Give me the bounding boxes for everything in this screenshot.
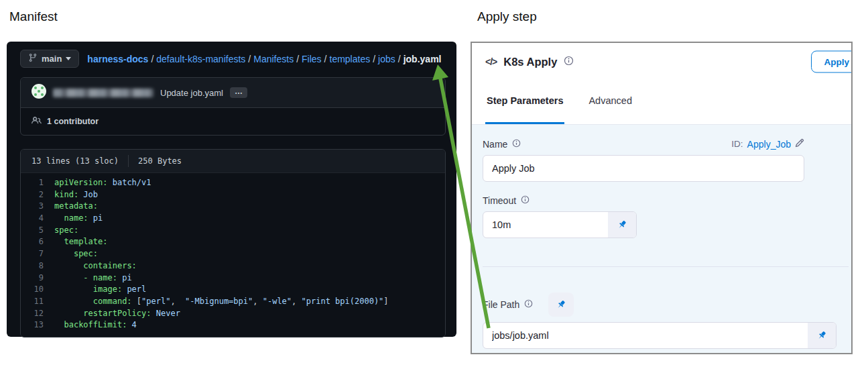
timeout-label-group: Timeout: [483, 195, 851, 206]
line-number[interactable]: 3: [21, 201, 54, 213]
file-blob-box: 13 lines (13 sloc) 250 Bytes 1apiVersion…: [20, 149, 446, 337]
breadcrumb-repo-link[interactable]: harness-docs: [87, 54, 148, 64]
branch-selector[interactable]: main: [20, 50, 79, 68]
filepath-label: File Path: [483, 299, 519, 310]
code-line: 4 name: pi: [21, 213, 445, 225]
timeout-input-group: [483, 211, 637, 238]
info-icon[interactable]: [521, 195, 530, 206]
code-line: 1apiVersion: batch/v1: [21, 177, 445, 189]
step-tabs: Step ParametersAdvanced: [472, 81, 851, 125]
commit-message[interactable]: Update job.yaml: [160, 88, 223, 98]
code-text: backoffLimit: 4: [54, 319, 137, 331]
pin-icon[interactable]: [808, 323, 836, 348]
contributors-label: 1 contributor: [47, 117, 99, 126]
line-number[interactable]: 5: [21, 225, 54, 237]
line-number[interactable]: 2: [21, 189, 54, 201]
info-icon[interactable]: [512, 139, 521, 150]
name-input[interactable]: [483, 155, 804, 182]
name-field-row: Name ID: Apply_Job: [483, 138, 804, 150]
breadcrumb: harness-docs/default-k8s-manifests/Manif…: [87, 54, 441, 64]
breadcrumb-separator: /: [373, 54, 375, 64]
line-number[interactable]: 9: [21, 272, 54, 284]
line-number[interactable]: 10: [21, 284, 54, 296]
code-text: restartPolicy: Never: [54, 308, 180, 320]
code-line: 9 - name: pi: [21, 272, 445, 284]
latest-commit-box: Update job.yaml … 1 contributor: [20, 77, 446, 136]
filepath-input-group: [483, 322, 836, 349]
commit-author-redacted: [53, 89, 153, 97]
id-label: ID:: [731, 139, 743, 149]
code-text: metadata:: [54, 201, 98, 213]
blob-meta-bar: 13 lines (13 sloc) 250 Bytes: [21, 150, 445, 173]
github-file-panel: main harness-docs/default-k8s-manifests/…: [7, 42, 456, 337]
line-number[interactable]: 1: [21, 177, 54, 189]
code-line: 10 image: perl: [21, 284, 445, 296]
code-text: name: pi: [54, 213, 103, 225]
code-text: kind: Job: [54, 189, 98, 201]
step-title: K8s Apply: [503, 56, 557, 68]
section-divider: [483, 266, 849, 267]
code-text: spec:: [54, 248, 98, 260]
code-line: 5spec:: [21, 225, 445, 237]
apply-step-heading: Apply step: [477, 9, 537, 24]
meta-divider: [128, 155, 129, 167]
breadcrumb-current-file: job.yaml: [404, 54, 442, 64]
tab-step-parameters[interactable]: Step Parameters: [485, 91, 564, 124]
timeout-label: Timeout: [483, 195, 516, 206]
code-line: 13 backoffLimit: 4: [21, 319, 445, 331]
breadcrumb-separator: /: [296, 54, 299, 64]
apply-changes-button[interactable]: Apply: [811, 51, 853, 73]
code-step-icon: </>: [485, 56, 497, 67]
pin-icon[interactable]: [548, 293, 574, 317]
line-number[interactable]: 13: [21, 319, 54, 331]
line-number[interactable]: 11: [21, 296, 54, 308]
line-number[interactable]: 4: [21, 213, 54, 225]
breadcrumb-link[interactable]: Manifests: [253, 54, 294, 64]
breadcrumb-link[interactable]: templates: [330, 54, 371, 64]
breadcrumb-link[interactable]: jobs: [378, 54, 395, 64]
code-line: 8 containers:: [21, 260, 445, 272]
code-line: 7 spec:: [21, 248, 445, 260]
tab-advanced[interactable]: Advanced: [587, 91, 633, 124]
chevron-down-icon: [66, 57, 71, 60]
code-line: 2kind: Job: [21, 189, 445, 201]
info-icon[interactable]: [524, 299, 533, 310]
contributors-row[interactable]: 1 contributor: [21, 108, 445, 135]
code-line: 6 template:: [21, 236, 445, 248]
code-text: command: ["perl", "-Mbignum=bpi", "-wle"…: [54, 296, 389, 308]
info-icon[interactable]: [564, 56, 574, 68]
breadcrumb-link[interactable]: default-k8s-manifests: [156, 54, 245, 64]
line-number[interactable]: 12: [21, 308, 54, 320]
code-line: 11 command: ["perl", "-Mbignum=bpi", "-w…: [21, 296, 445, 308]
line-number[interactable]: 6: [21, 236, 54, 248]
code-text: spec:: [54, 225, 78, 237]
file-size: 250 Bytes: [138, 156, 182, 166]
code-text: template:: [54, 236, 107, 248]
lines-count: 13 lines (13 sloc): [32, 156, 119, 166]
k8s-apply-step-panel: </> K8s Apply Apply Step ParametersAdvan…: [471, 42, 853, 354]
filepath-label-group: File Path: [483, 293, 851, 317]
filepath-input[interactable]: [483, 322, 836, 349]
breadcrumb-separator: /: [398, 54, 401, 64]
step-id-link[interactable]: Apply_Job: [747, 139, 791, 150]
commit-row: Update job.yaml …: [21, 78, 445, 108]
code-text: image: perl: [54, 284, 146, 296]
people-icon: [32, 115, 42, 127]
code-text: apiVersion: batch/v1: [54, 177, 151, 189]
commit-ellipsis-button[interactable]: …: [230, 87, 247, 98]
avatar[interactable]: [32, 84, 46, 101]
code-text: - name: pi: [54, 272, 132, 284]
step-parameters-body: Name ID: Apply_Job: [472, 125, 851, 354]
pin-icon[interactable]: [608, 212, 636, 238]
branch-name: main: [42, 54, 62, 64]
manifest-heading: Manifest: [9, 9, 58, 24]
step-id-group: ID: Apply_Job: [731, 138, 804, 150]
breadcrumb-separator: /: [248, 54, 251, 64]
breadcrumb-separator: /: [151, 54, 153, 64]
line-number[interactable]: 7: [21, 248, 54, 260]
pencil-icon[interactable]: [795, 138, 804, 150]
line-number[interactable]: 8: [21, 260, 54, 272]
name-label-group: Name: [483, 139, 521, 150]
code-viewer: 1apiVersion: batch/v12kind: Job3metadata…: [21, 173, 445, 337]
breadcrumb-link[interactable]: Files: [302, 54, 322, 64]
